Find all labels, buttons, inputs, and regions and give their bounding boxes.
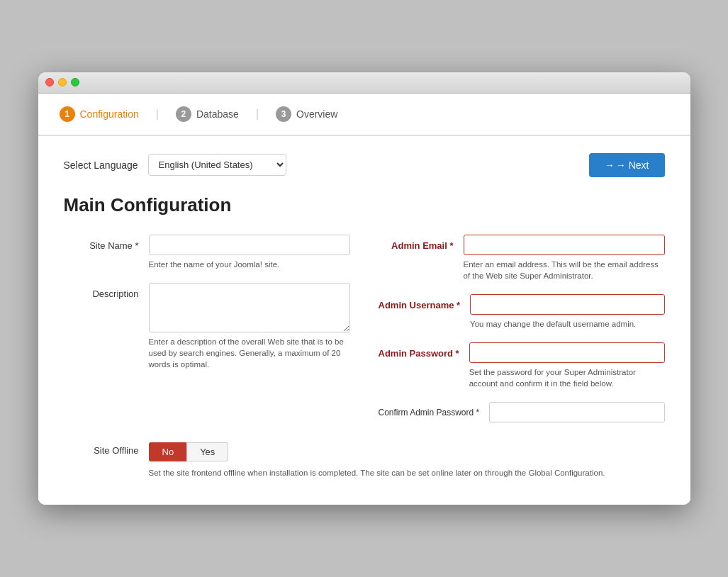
maximize-button[interactable] xyxy=(71,78,79,86)
step-divider-1: | xyxy=(156,108,159,121)
step-num-2: 2 xyxy=(176,106,191,122)
step-database[interactable]: 2 Database xyxy=(176,106,239,122)
minimize-button[interactable] xyxy=(58,78,67,86)
next-arrow: → xyxy=(605,159,615,171)
site-offline-row: Site Offline No Yes Set the site fronten… xyxy=(64,442,665,479)
form-left: Site Name * Enter the name of your Jooml… xyxy=(64,235,350,435)
description-group: Description Enter a description of the o… xyxy=(64,283,350,370)
step-configuration[interactable]: 1 Configuration xyxy=(60,106,139,122)
admin-email-group: Admin Email * Enter an email address. Th… xyxy=(379,235,665,281)
step-label-overview: Overview xyxy=(296,108,337,120)
step-label-database: Database xyxy=(196,108,239,120)
description-content: Enter a description of the overall Web s… xyxy=(149,283,350,370)
site-name-hint: Enter the name of your Joomla! site. xyxy=(149,259,350,270)
admin-username-label: Admin Username * xyxy=(379,294,471,312)
confirm-password-content xyxy=(489,402,664,422)
step-num-1: 1 xyxy=(60,106,75,122)
close-button[interactable] xyxy=(45,78,54,86)
section-title: Main Configuration xyxy=(64,194,665,216)
window-content: 1 Configuration | 2 Database | 3 Overvie… xyxy=(38,94,690,505)
site-name-content: Enter the name of your Joomla! site. xyxy=(149,235,350,270)
main-area: Select Language English (United States) … xyxy=(38,136,690,505)
admin-username-content: You may change the default username admi… xyxy=(470,294,664,330)
site-name-label: Site Name * xyxy=(64,235,149,252)
step-overview[interactable]: 3 Overview xyxy=(276,106,337,122)
offline-no-button[interactable]: No xyxy=(149,442,187,461)
admin-email-input[interactable] xyxy=(464,235,665,255)
admin-password-input[interactable] xyxy=(469,342,665,363)
description-label: Description xyxy=(64,283,149,301)
language-label: Select Language xyxy=(64,159,138,171)
confirm-password-group: Confirm Admin Password * xyxy=(379,402,665,422)
admin-email-hint: Enter an email address. This will be the… xyxy=(464,259,665,281)
admin-username-hint: You may change the default username admi… xyxy=(470,318,664,330)
steps-bar: 1 Configuration | 2 Database | 3 Overvie… xyxy=(38,94,690,136)
confirm-password-label: Confirm Admin Password * xyxy=(379,402,490,419)
form-right: Admin Email * Enter an email address. Th… xyxy=(379,235,665,435)
toggle-group: No Yes xyxy=(149,442,665,461)
next-label: → Next xyxy=(616,159,649,171)
step-label-configuration: Configuration xyxy=(80,108,139,120)
admin-username-input[interactable] xyxy=(470,294,664,315)
titlebar xyxy=(38,72,690,94)
language-row: Select Language English (United States) … xyxy=(64,153,665,177)
admin-password-group: Admin Password * Set the password for yo… xyxy=(379,342,665,389)
site-name-group: Site Name * Enter the name of your Jooml… xyxy=(64,235,350,270)
description-textarea[interactable] xyxy=(149,283,350,332)
admin-password-label: Admin Password * xyxy=(379,342,469,360)
language-select[interactable]: English (United States) French (France) … xyxy=(148,154,286,176)
site-offline-content: No Yes Set the site frontend offline whe… xyxy=(149,442,665,479)
site-name-input[interactable] xyxy=(149,235,350,255)
next-button[interactable]: → → Next xyxy=(589,153,665,177)
admin-password-content: Set the password for your Super Administ… xyxy=(469,342,665,389)
step-num-3: 3 xyxy=(276,106,291,122)
language-left: Select Language English (United States) … xyxy=(64,154,286,176)
admin-email-label: Admin Email * xyxy=(379,235,464,252)
admin-email-content: Enter an email address. This will be the… xyxy=(464,235,665,281)
traffic-lights xyxy=(45,78,79,86)
site-offline-hint: Set the site frontend offline when insta… xyxy=(149,467,631,479)
description-hint: Enter a description of the overall Web s… xyxy=(149,336,350,370)
site-offline-label: Site Offline xyxy=(64,442,149,456)
admin-username-group: Admin Username * You may change the defa… xyxy=(379,294,665,330)
admin-password-hint: Set the password for your Super Administ… xyxy=(469,366,665,389)
confirm-password-input[interactable] xyxy=(489,402,664,422)
step-divider-2: | xyxy=(256,108,259,121)
main-window: 1 Configuration | 2 Database | 3 Overvie… xyxy=(38,72,690,505)
form-grid: Site Name * Enter the name of your Jooml… xyxy=(64,235,665,435)
offline-yes-button[interactable]: Yes xyxy=(186,442,228,461)
